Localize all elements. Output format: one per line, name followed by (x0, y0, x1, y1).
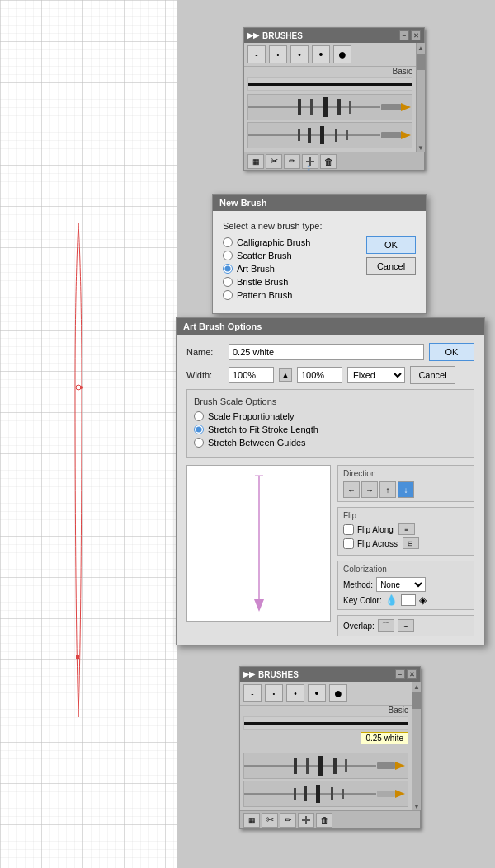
toolbar-new-brush-btn-top[interactable]: ↕ (302, 154, 318, 169)
brush-swatch-4[interactable]: • (312, 45, 330, 63)
eyedropper-icon[interactable]: 💧 (385, 594, 398, 606)
dir-up-btn[interactable]: ↑ (380, 481, 396, 498)
brush-swatch-5[interactable]: ● (333, 45, 351, 63)
toolbar-delete-btn-bottom[interactable]: 🗑 (316, 813, 332, 828)
brush-preview-row-2-bottom[interactable] (243, 781, 408, 807)
colorization-section: Colorization Method: None Tints Tints an… (337, 561, 474, 610)
radio-bristle-input[interactable] (223, 277, 233, 287)
new-brush-ok-btn[interactable]: OK (366, 236, 416, 254)
flip-along-checkbox[interactable] (343, 524, 354, 535)
radio-art-input[interactable] (223, 264, 233, 274)
name-input[interactable] (229, 344, 424, 360)
collapse-icon-bottom[interactable]: ▶▶ (243, 670, 255, 678)
minimize-btn-bottom[interactable]: − (395, 669, 405, 679)
brush-swatch-b4[interactable]: • (308, 684, 326, 702)
overlap-btn-2[interactable]: ⌣ (398, 619, 414, 632)
svg-rect-12 (381, 104, 401, 110)
dir-left-btn[interactable]: ← (343, 481, 360, 498)
svg-rect-2 (0, 0, 177, 868)
scrollbar-top[interactable]: ▲ ▼ (416, 43, 425, 152)
brushes-title-bottom: BRUSHES (258, 670, 299, 679)
brush-swatch-b2[interactable]: • (265, 684, 283, 702)
radio-scatter-label: Scatter Brush (237, 251, 292, 260)
new-brush-titlebar: New Brush (213, 195, 426, 211)
brush-swatch-3[interactable]: • (290, 45, 309, 63)
svg-rect-8 (310, 99, 314, 115)
brush-preview-row-2-top[interactable] (248, 122, 412, 148)
close-btn-bottom[interactable]: ✕ (407, 669, 417, 679)
stroke-line-fill-top (248, 83, 412, 86)
name-row: Name: OK (186, 343, 474, 361)
flip-title: Flip (343, 511, 469, 520)
basic-label-top: Basic (393, 67, 412, 76)
scrollbar-thumb-bottom[interactable] (412, 692, 421, 709)
flip-across-icon: ⊟ (403, 537, 419, 549)
svg-marker-21 (401, 131, 411, 139)
brush-preview-row-1-top[interactable] (248, 94, 412, 120)
radio-stretch-to-fit[interactable]: Stretch to Fit Stroke Length (194, 425, 467, 434)
brush-swatch-b5[interactable]: ● (329, 684, 347, 702)
toolbar-pen-btn-bottom[interactable]: ✏ (280, 813, 296, 828)
toolbar-pen-btn-top[interactable]: ✏ (284, 154, 300, 169)
toolbar-grid-btn-top[interactable]: ▦ (248, 154, 264, 169)
art-brush-ok-btn[interactable]: OK (429, 343, 474, 361)
dir-down-btn[interactable]: ↓ (398, 481, 414, 498)
svg-rect-28 (294, 758, 297, 774)
stroke-line-fill-bottom (244, 722, 408, 725)
svg-rect-10 (337, 99, 341, 115)
width-percent-input[interactable] (297, 367, 342, 383)
radio-bristle[interactable]: Bristle Brush (223, 277, 416, 287)
key-color-question-icon[interactable]: ◈ (419, 594, 427, 606)
flip-across-checkbox[interactable] (343, 538, 354, 549)
overlap-btn-1[interactable]: ⌒ (378, 619, 394, 632)
brush-swatch-1[interactable]: - (248, 45, 266, 63)
radio-pattern-label: Pattern Brush (237, 290, 292, 300)
minimize-btn-top[interactable]: − (399, 30, 409, 40)
radio-art-label: Art Brush (237, 264, 275, 274)
radio-scale-proportionately[interactable]: Scale Proportionately (194, 411, 467, 421)
radio-pattern[interactable]: Pattern Brush (223, 290, 416, 300)
radio-stretch-between-input[interactable] (194, 438, 204, 448)
brush-swatch-b3[interactable]: • (286, 684, 304, 702)
new-brush-title: New Brush (219, 198, 266, 208)
toolbar-scissors-btn-top[interactable]: ✂ (266, 154, 282, 169)
width-up-arrow[interactable]: ▲ (279, 368, 292, 382)
key-color-swatch[interactable] (401, 594, 416, 606)
direction-title: Direction (343, 469, 469, 478)
radio-stretch-between[interactable]: Stretch Between Guides (194, 438, 467, 448)
brush-preview-row-1-bottom[interactable] (243, 753, 408, 779)
svg-rect-32 (345, 759, 347, 772)
collapse-icon[interactable]: ▶▶ (248, 31, 259, 40)
toolbar-scissors-btn-bottom[interactable]: ✂ (262, 813, 278, 828)
svg-marker-42 (395, 790, 405, 798)
close-btn-top[interactable]: ✕ (411, 30, 421, 40)
radio-scale-prop-input[interactable] (194, 411, 204, 421)
colorization-title: Colorization (343, 565, 469, 574)
radio-scatter-input[interactable] (223, 251, 233, 260)
new-brush-cancel-btn[interactable]: Cancel (366, 257, 416, 275)
fixed-select[interactable]: Fixed Variable Pressure (347, 367, 405, 383)
panel-toolbar-bottom: ▦ ✂ ✏ 🗑 (240, 810, 420, 828)
radio-calligraphic-input[interactable] (223, 237, 233, 247)
scrollbar-thumb-top[interactable] (417, 54, 425, 70)
radio-stretch-fit-input[interactable] (194, 425, 204, 434)
flip-across-label: Flip Across (357, 539, 398, 548)
brush-swatch-b1[interactable]: - (243, 684, 262, 702)
scrollbar-bottom[interactable]: ▲ ▼ (412, 682, 421, 810)
svg-point-4 (80, 386, 83, 389)
dir-right-btn[interactable]: → (361, 481, 378, 498)
svg-rect-5 (76, 655, 79, 659)
art-brush-cancel-btn[interactable]: Cancel (410, 366, 455, 384)
brushes-panel-top: ▶▶ BRUSHES − ✕ - • • • ● Basic (243, 27, 425, 171)
width-input[interactable] (229, 367, 274, 383)
brush-swatch-2[interactable]: • (269, 45, 287, 63)
toolbar-delete-btn-top[interactable]: 🗑 (320, 154, 337, 169)
toolbar-new-brush-btn-bottom[interactable] (298, 813, 314, 828)
brush-name-label: 0.25 white (361, 732, 408, 744)
radio-pattern-input[interactable] (223, 290, 233, 300)
method-select[interactable]: None Tints Tints and Shades Hue Shift (376, 577, 426, 592)
flip-section: Flip Flip Along ≡ Flip Across ⊟ (337, 507, 474, 556)
toolbar-grid-btn-bottom[interactable]: ▦ (243, 813, 260, 828)
brush-previews-bottom (240, 751, 412, 810)
scale-options-title: Brush Scale Options (194, 396, 467, 406)
